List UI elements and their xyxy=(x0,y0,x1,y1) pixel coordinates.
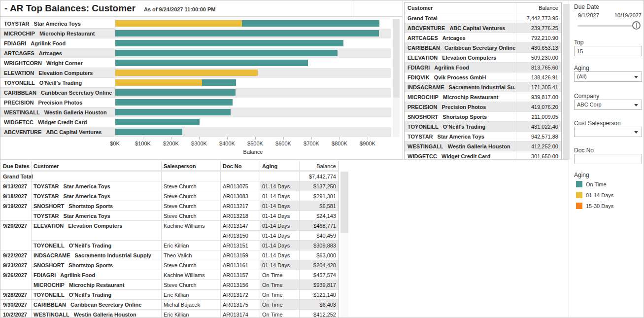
balance-table-row[interactable]: ELEVATIONElevation Computers509,230.00 xyxy=(405,52,561,62)
company-filter-dropdown[interactable]: ABC Corp xyxy=(574,100,642,110)
detail-column-header-salesperson[interactable]: Salesperson xyxy=(161,161,220,171)
chart-row-label[interactable]: CARIBBEANCaribbean Secretary Online xyxy=(0,88,115,98)
balance-table-row[interactable]: INDSACRAMESacramento Industrial Su..171,… xyxy=(405,82,561,92)
chart-scrollbar-thumb[interactable] xyxy=(393,19,400,98)
balance-table-row[interactable]: FDIQVIKQvik Process GmbH138,426.91 xyxy=(405,72,561,82)
balance-table-row[interactable]: SNOSHORTShortstop Sports211,009.05 xyxy=(405,111,561,121)
due-date-slider-handle[interactable] xyxy=(632,21,641,30)
customer-cell[interactable] xyxy=(31,230,161,240)
customer-cell[interactable]: TOYSTARStar America Toys xyxy=(31,181,161,191)
customer-cell[interactable]: WESTINGALLWestin Galleria Houston xyxy=(31,309,161,318)
balance-table-row[interactable]: ARTCAGESArtcages792,210.90 xyxy=(405,33,561,42)
customer-cell[interactable]: TOYSTARStar America Toys xyxy=(31,211,161,220)
chart-row-label[interactable]: ARTCAGESArtcages xyxy=(0,48,115,58)
detail-column-header-doc-no[interactable]: Doc No xyxy=(220,161,260,171)
chart-row-label[interactable]: WIDGETCCWidget Credit Card xyxy=(0,117,115,127)
balance-cell[interactable]: $468,771 xyxy=(299,220,339,230)
balance-cell[interactable]: $24,143 xyxy=(299,211,339,220)
bar-segment-01-14-days[interactable] xyxy=(115,20,242,27)
bar-segment-on-time[interactable] xyxy=(202,79,236,86)
balance-cell: 171,305.41 xyxy=(516,82,561,92)
customer-code: ABCVENTURE xyxy=(407,25,445,31)
chart-row-label[interactable]: ABCVENTUREABC Capital Ventures xyxy=(0,127,115,137)
x-axis-tick-label: $500K xyxy=(240,141,270,146)
customer-cell[interactable]: INDSACRAMESacramento Industrial Supply xyxy=(31,250,161,260)
pane-divider-horizontal xyxy=(0,159,569,160)
customer-cell[interactable]: TOYSTARStar America Toys xyxy=(31,191,161,201)
balance-cell[interactable]: $6,403 xyxy=(299,299,339,309)
customer-cell[interactable]: ELEVATIONElevation Computers xyxy=(31,220,161,230)
customer-name: Shortstop Sports xyxy=(442,114,487,120)
doc-no-input[interactable] xyxy=(574,154,642,164)
bar-segment-on-time[interactable] xyxy=(115,119,200,125)
balance-table-row[interactable]: Grand Total7,442,773.95 xyxy=(405,13,561,23)
bar-segment-on-time[interactable] xyxy=(115,40,343,46)
chart-row-label[interactable]: TOYSTARStar America Toys xyxy=(0,19,115,29)
bar-segment-on-time[interactable] xyxy=(115,50,338,56)
chart-row-label[interactable]: WRIGHTCORNWright Corner xyxy=(0,58,115,68)
salesperson-cell: Steve Church xyxy=(161,191,220,201)
bar-segment-on-time[interactable] xyxy=(115,89,236,96)
balance-table-row[interactable]: FDIAGRIAgrilink Food813,765.60 xyxy=(405,62,561,72)
balance-table-row[interactable]: ABCVENTUREABC Capital Ventures239,776.25 xyxy=(405,23,561,33)
chart-scrollbar[interactable] xyxy=(393,19,400,137)
balance-cell[interactable]: $939,817 xyxy=(299,280,339,289)
chart-row-label[interactable]: FDIAGRIAgrilink Food xyxy=(0,38,115,48)
bar-segment-on-time[interactable] xyxy=(115,99,233,106)
chart-row-label[interactable]: ELEVATIONElevation Computers xyxy=(0,68,115,78)
balance-cell[interactable]: $40,459 xyxy=(299,230,339,240)
customer-cell[interactable]: FDIAGRIAgrilink Food xyxy=(31,270,161,280)
chart-row-label[interactable]: TOYONEILLO’Neill’s Trading xyxy=(0,78,115,88)
customer-code: TOYONEILL xyxy=(34,243,65,248)
bar-segment-01-14-days[interactable] xyxy=(115,79,202,86)
balance-cell[interactable]: $121,140 xyxy=(299,289,339,299)
detail-table-scrollbar[interactable] xyxy=(340,172,348,318)
chart-row-label[interactable]: WESTINGALLWestin Galleria Houston xyxy=(0,107,115,117)
chart-row-label[interactable]: MICROCHIPMicrochip Restaurant xyxy=(0,29,115,38)
x-axis-tick-label: $800K xyxy=(325,141,354,146)
bar-segment-on-time[interactable] xyxy=(115,109,231,115)
detail-column-header-customer[interactable]: Customer xyxy=(31,161,161,171)
balance-cell[interactable]: $204,428 xyxy=(299,260,339,270)
bar-segment-on-time[interactable] xyxy=(115,129,182,135)
customer-cell[interactable]: SNOSHORTShortstop Sports xyxy=(31,260,161,270)
customer-cell[interactable]: TOYONEILLO’Neill’s Trading xyxy=(31,289,161,299)
balance-table-row[interactable]: WESTINGALLWestin Galleria Houston412,252… xyxy=(405,141,561,151)
top-parameter-input[interactable] xyxy=(574,46,642,56)
customer-cell[interactable]: CARIBBEANCaribbean Secretary Online xyxy=(31,299,161,309)
bar-segment-on-time[interactable] xyxy=(242,20,379,27)
balance-cell[interactable]: $457,574 xyxy=(299,270,339,280)
balance-table-row[interactable]: TOYONEILLO’Neill’s Trading431,022.40 xyxy=(405,121,561,131)
column-header-customer[interactable]: Customer xyxy=(405,3,516,13)
balance-table-row[interactable]: TOYSTARStar America Toys942,571.88 xyxy=(405,131,561,141)
balance-cell[interactable]: $291,381 xyxy=(299,191,339,201)
balance-table-row[interactable]: CARIBBEANCaribbean Secretary Online430,6… xyxy=(405,42,561,52)
customer-cell[interactable]: SNOSHORTShortstop Sports xyxy=(31,201,161,211)
detail-column-header-balance[interactable]: Balance xyxy=(299,161,339,171)
balance-table-row[interactable]: MICROCHIPMicrochip Restaurant939,817.00 xyxy=(405,92,561,102)
balance-cell[interactable]: $412,252 xyxy=(299,309,339,318)
balance-table-row[interactable]: PRECISIONPrecision Photos419,076.20 xyxy=(405,102,561,111)
detail-column-header-due-dates[interactable]: Due Dates xyxy=(0,161,31,171)
detail-table-scrollbar-thumb[interactable] xyxy=(340,172,348,233)
legend-item-01-14-days[interactable]: 01-14 Days xyxy=(576,192,613,200)
due-date-slider-track[interactable] xyxy=(577,25,639,27)
balance-cell[interactable]: $63,000 xyxy=(299,250,339,260)
customer-cell[interactable]: TOYONEILLO’Neill’s Trading xyxy=(31,240,161,250)
balance-table-row[interactable]: WIDGETCCWidget Credit Card301,650.00 xyxy=(405,151,561,159)
aging-filter-dropdown[interactable]: (All) xyxy=(574,71,642,82)
bar-segment-01-14-days[interactable] xyxy=(115,70,258,76)
balance-cell[interactable]: $137,250 xyxy=(299,181,339,191)
detail-column-header-aging[interactable]: Aging xyxy=(260,161,299,171)
doc-no-cell: AR013150 xyxy=(220,230,260,240)
bar-segment-on-time[interactable] xyxy=(115,60,308,66)
legend-item-15-30-days[interactable]: 15-30 Days xyxy=(576,203,613,211)
balance-cell[interactable]: $309,883 xyxy=(299,240,339,250)
legend-item-on-time[interactable]: On Time xyxy=(576,181,607,189)
column-header-balance[interactable]: Balance xyxy=(516,3,561,13)
cust-salesperson-dropdown[interactable] xyxy=(574,127,642,137)
customer-cell[interactable]: MICROCHIPMicrochip Restaurant xyxy=(31,280,161,289)
bar-segment-on-time[interactable] xyxy=(115,30,379,36)
chart-row-label[interactable]: PRECISIONPrecision Photos xyxy=(0,98,115,107)
balance-cell[interactable]: $6,581 xyxy=(299,201,339,211)
